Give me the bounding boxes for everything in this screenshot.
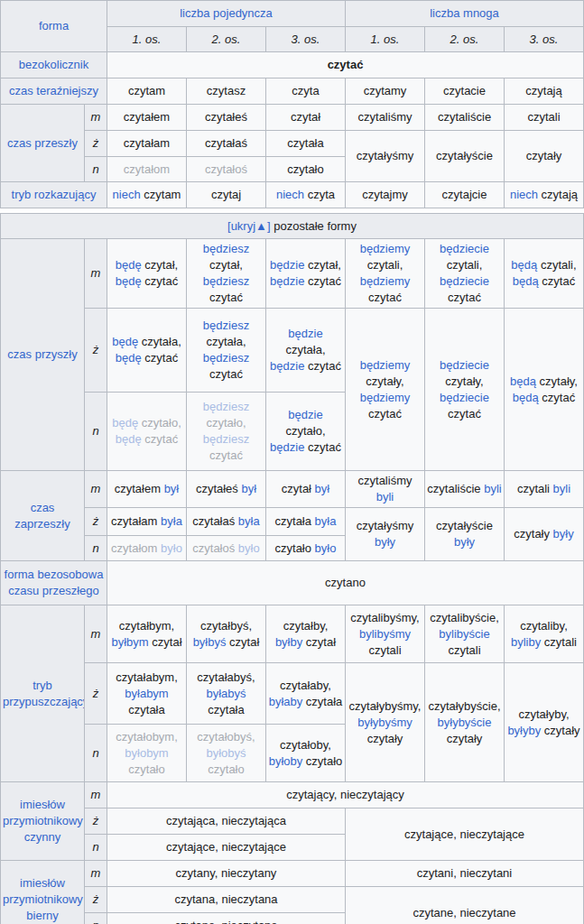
wiki-link[interactable]: będzie bbox=[270, 274, 304, 288]
wiki-link[interactable]: przypuszczający bbox=[3, 695, 85, 708]
text-segment: czytać bbox=[448, 291, 481, 304]
wiki-link[interactable]: były bbox=[553, 527, 574, 541]
wiki-link[interactable]: niech bbox=[276, 188, 304, 201]
wiki-link[interactable]: bylibyśmy bbox=[359, 627, 411, 641]
wiki-link[interactable]: czas teraźniejszy bbox=[9, 84, 98, 97]
wiki-link[interactable]: czas przyszły bbox=[7, 347, 77, 361]
wiki-link[interactable]: były bbox=[375, 535, 395, 549]
wiki-link[interactable]: były bbox=[454, 535, 475, 549]
wiki-link[interactable]: będą bbox=[511, 258, 537, 272]
wiki-link[interactable]: będą bbox=[513, 391, 539, 404]
wiki-link[interactable]: byłoby bbox=[269, 754, 303, 768]
wiki-link[interactable]: niech bbox=[510, 188, 538, 201]
wiki-link[interactable]: będzie bbox=[270, 440, 304, 454]
wiki-link[interactable]: było bbox=[315, 541, 337, 555]
text-segment: czytałoś bbox=[192, 541, 238, 555]
wiki-link[interactable]: byli bbox=[484, 482, 502, 495]
wiki-link[interactable]: liczba mnoga bbox=[430, 6, 499, 20]
wiki-link[interactable]: byli bbox=[376, 490, 394, 504]
wiki-link[interactable]: był bbox=[315, 482, 330, 495]
wiki-link[interactable]: będziemy bbox=[360, 358, 411, 372]
wiki-link[interactable]: będą bbox=[510, 374, 536, 388]
text-line: czytali bbox=[506, 109, 581, 125]
wiki-link[interactable]: była bbox=[315, 514, 337, 528]
wiki-link[interactable]: byłaby bbox=[269, 695, 303, 708]
wiki-link[interactable]: byłabym bbox=[125, 687, 168, 700]
wiki-link[interactable]: była bbox=[238, 514, 260, 528]
form-cell: czytające, nieczytające bbox=[346, 808, 584, 861]
text-segment: ż bbox=[93, 892, 99, 906]
wiki-link[interactable]: będziecie bbox=[440, 242, 489, 255]
wiki-link[interactable]: był bbox=[164, 482, 180, 495]
wiki-link[interactable]: będziecie bbox=[440, 358, 489, 372]
wiki-link[interactable]: czas przeszły bbox=[7, 136, 78, 150]
wiki-link[interactable]: będzie bbox=[270, 258, 304, 272]
wiki-link[interactable]: imiesłów bbox=[20, 876, 65, 890]
text-segment: 2. os. bbox=[450, 32, 479, 46]
form-cell: czytałyście bbox=[425, 131, 505, 182]
text-segment: czytałoby, bbox=[280, 738, 331, 752]
wiki-link[interactable]: czynny bbox=[24, 830, 60, 844]
wiki-link[interactable]: będziemy bbox=[360, 274, 411, 288]
text-line: byliby czytali bbox=[506, 634, 581, 651]
wiki-link[interactable]: bylibyście bbox=[439, 627, 489, 641]
text-segment: czytano bbox=[325, 576, 366, 589]
wiki-link[interactable]: będziesz bbox=[203, 319, 249, 332]
wiki-link[interactable]: byłbyś bbox=[193, 635, 227, 649]
text-line: czytał bbox=[268, 109, 343, 125]
text-segment: czytająca, nieczytająca bbox=[166, 814, 286, 827]
text-line: będziemy bbox=[348, 390, 422, 406]
wiki-link[interactable]: był bbox=[241, 482, 256, 495]
wiki-link[interactable]: była bbox=[161, 514, 182, 528]
wiki-link[interactable]: tryb rozkazujący bbox=[12, 188, 97, 201]
wiki-link[interactable]: byłby bbox=[275, 635, 302, 649]
wiki-link[interactable]: będę bbox=[116, 258, 142, 272]
wiki-link[interactable]: bezokolicznik bbox=[19, 58, 88, 71]
text-line: czytać bbox=[348, 290, 422, 306]
wiki-link[interactable]: byliby bbox=[511, 635, 541, 649]
text-segment: czytali bbox=[517, 482, 553, 495]
text-segment: czyta bbox=[292, 84, 319, 97]
wiki-link[interactable]: będziesz bbox=[203, 274, 249, 288]
wiki-link[interactable]: bierny bbox=[26, 909, 58, 922]
wiki-link[interactable]: liczba pojedyncza bbox=[180, 6, 273, 20]
wiki-link[interactable]: byłyby bbox=[507, 724, 541, 737]
form-cell: czytaliśmy bbox=[346, 105, 425, 131]
text-segment: czytał bbox=[302, 635, 336, 649]
wiki-link[interactable]: imiesłów bbox=[20, 798, 65, 811]
wiki-link[interactable]: byli bbox=[553, 482, 571, 495]
wiki-link[interactable]: będę bbox=[116, 351, 142, 365]
wiki-link[interactable]: będziecie bbox=[440, 391, 489, 404]
wiki-link[interactable]: byłabyś bbox=[206, 687, 246, 700]
wiki-link[interactable]: będziemy bbox=[360, 391, 411, 404]
collapse-toggle[interactable]: [ukryj▲] bbox=[227, 219, 271, 233]
wiki-link[interactable]: będę bbox=[116, 274, 142, 288]
wiki-link[interactable]: czas zaprzeszły bbox=[14, 501, 70, 531]
text-line: czytały, bbox=[348, 374, 422, 390]
wiki-link[interactable]: przymiotnikowy bbox=[3, 814, 83, 827]
text-segment: czytałeś bbox=[205, 110, 247, 124]
wiki-link[interactable]: czasu przeszłego bbox=[8, 584, 98, 597]
wiki-link[interactable]: tryb bbox=[32, 679, 52, 692]
wiki-link[interactable]: byłybyście bbox=[438, 716, 492, 729]
wiki-link[interactable]: przymiotnikowy bbox=[3, 892, 83, 906]
wiki-link[interactable]: będziemy bbox=[360, 242, 411, 255]
text-segment: czytałbyś, bbox=[200, 619, 252, 633]
form-cell: czytałeś bbox=[187, 105, 266, 131]
text-line: czytać bbox=[427, 406, 502, 422]
wiki-link[interactable]: będzie bbox=[288, 408, 322, 421]
gender-label: ż bbox=[85, 663, 107, 725]
wiki-link[interactable]: będziesz bbox=[203, 351, 249, 365]
wiki-link[interactable]: będzie bbox=[270, 359, 304, 373]
wiki-link[interactable]: niech bbox=[113, 188, 141, 201]
wiki-link[interactable]: byłybyśmy bbox=[357, 716, 413, 729]
wiki-link[interactable]: forma bezosobowa bbox=[5, 568, 104, 581]
form-cell: czytałaś była bbox=[187, 508, 266, 536]
wiki-link[interactable]: byłbym bbox=[111, 635, 148, 649]
wiki-link[interactable]: forma bbox=[39, 19, 69, 32]
wiki-link[interactable]: będę bbox=[112, 335, 138, 348]
wiki-link[interactable]: będziecie bbox=[440, 274, 489, 288]
wiki-link[interactable]: będą bbox=[513, 274, 539, 288]
wiki-link[interactable]: będziesz bbox=[203, 242, 249, 255]
wiki-link[interactable]: będzie bbox=[288, 327, 322, 340]
